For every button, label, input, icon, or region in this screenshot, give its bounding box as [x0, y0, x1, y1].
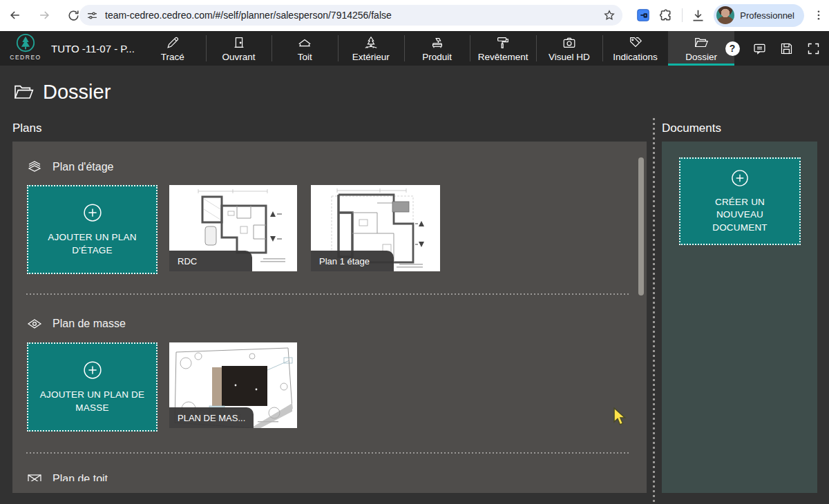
tab-toit[interactable]: Toit	[271, 31, 338, 66]
back-icon[interactable]	[6, 6, 25, 25]
url-bar[interactable]: team-cedreo.cedreo.com/#/self/planner/sa…	[79, 5, 622, 26]
tab-visuel-hd[interactable]: Visuel HD	[536, 31, 602, 66]
feedback-icon[interactable]	[750, 39, 768, 57]
site-settings-icon[interactable]	[86, 10, 98, 21]
downloads-icon[interactable]	[691, 8, 705, 23]
plans-heading: Plans	[12, 122, 42, 135]
section-header-etage: Plan d'étage	[26, 159, 113, 175]
section-title: Plan d'étage	[53, 161, 113, 173]
section-toit-clipped: Plan de toit	[12, 471, 647, 481]
tab-exterieur[interactable]: Extérieur	[338, 31, 404, 66]
bookmark-star-icon[interactable]	[603, 9, 616, 21]
plan-thumbnail-label: Plan 1 étage	[311, 251, 394, 271]
extensions-puzzle-icon[interactable]	[659, 8, 674, 23]
toolbar-action-icons: ?	[723, 31, 826, 66]
open-folder-icon	[694, 35, 709, 50]
url-text[interactable]: team-cedreo.cedreo.com/#/self/planner/sa…	[105, 10, 603, 21]
documents-heading: Documents	[662, 122, 721, 135]
door-icon	[231, 35, 247, 50]
plus-circle-icon	[82, 202, 103, 223]
tab-label: Extérieur	[352, 52, 390, 62]
tab-trace[interactable]: Tracé	[140, 31, 206, 66]
trees-icon	[363, 35, 379, 50]
add-floor-plan-button[interactable]: AJOUTER UN PLAN D'ÉTAGE	[27, 185, 158, 274]
tab-produit[interactable]: Produit	[404, 31, 470, 66]
page-title: Dossier	[43, 81, 111, 104]
section-divider	[26, 452, 629, 454]
plan-thumbnail-rdc[interactable]: RDC	[169, 185, 297, 271]
toolbar-divider	[682, 8, 683, 22]
open-folder-icon	[12, 81, 35, 104]
plan-thumbnail-label: PLAN DE MAS...	[169, 407, 254, 428]
add-site-plan-button[interactable]: AJOUTER UN PLAN DE MASSE	[27, 342, 158, 432]
password-extension-icon[interactable]	[636, 8, 651, 23]
tab-ouvrant[interactable]: Ouvrant	[206, 31, 272, 66]
app-toolbar: CEDREO TUTO -11-07 - P... Tracé Ouvrant …	[0, 31, 829, 66]
tab-indications[interactable]: Indications	[602, 31, 669, 66]
roof-plan-icon	[26, 471, 43, 481]
avatar	[716, 6, 734, 24]
tab-revetement[interactable]: Revêtement	[470, 31, 536, 66]
cedreo-brand-text: CEDREO	[4, 54, 47, 61]
panel-divider	[653, 118, 655, 504]
section-title: Plan de masse	[53, 318, 126, 330]
browser-menu-kebab-icon[interactable]	[812, 9, 825, 21]
cedreo-logo-icon	[15, 32, 36, 53]
camera-icon	[562, 35, 577, 50]
plus-circle-icon	[82, 360, 103, 380]
plans-panel: Plan d'étage AJOUTER UN PLAN D'ÉTAGE	[12, 142, 647, 493]
help-icon[interactable]: ?	[723, 39, 741, 57]
add-button-label: AJOUTER UN PLAN DE MASSE	[28, 389, 156, 414]
tab-label: Tracé	[161, 52, 184, 62]
cedreo-logo[interactable]: CEDREO	[4, 32, 47, 66]
project-name[interactable]: TUTO -11-07 - P...	[51, 31, 134, 66]
tab-label: Dossier	[685, 52, 717, 62]
tab-label: Toit	[298, 52, 312, 62]
paint-roller-icon	[495, 35, 511, 50]
roof-icon	[297, 35, 312, 50]
add-button-label: AJOUTER UN PLAN D'ÉTAGE	[28, 231, 156, 256]
tags-icon	[628, 35, 643, 50]
floor-layers-icon	[26, 159, 43, 175]
create-document-button[interactable]: CRÉER UN NOUVEAU DOCUMENT	[679, 157, 801, 245]
main-content: Dossier Plans Documents Plan d'étage AJO…	[0, 66, 829, 504]
browser-extensions-area: Professionnel	[636, 3, 825, 27]
tab-label: Ouvrant	[222, 52, 255, 62]
save-icon[interactable]	[777, 39, 795, 57]
profile-name: Professionnel	[740, 10, 794, 21]
section-divider	[26, 293, 629, 295]
section-header-toit: Plan de toit	[26, 471, 108, 481]
tab-label: Visuel HD	[549, 52, 590, 62]
pencil-icon	[165, 35, 180, 50]
browser-profile-chip[interactable]: Professionnel	[714, 4, 804, 27]
documents-panel: CRÉER UN NOUVEAU DOCUMENT	[662, 142, 817, 493]
add-button-label: CRÉER UN NOUVEAU DOCUMENT	[688, 196, 792, 234]
tab-label: Revêtement	[478, 52, 528, 62]
plus-circle-icon	[730, 168, 750, 188]
plan-thumbnail-masse[interactable]: PLAN DE MAS...	[169, 342, 297, 428]
section-title: Plan de toit	[53, 473, 108, 481]
feature-tabstrip: Tracé Ouvrant Toit Extérieur Produit Rev…	[140, 31, 734, 66]
fullscreen-icon[interactable]	[804, 39, 822, 57]
furniture-icon	[430, 35, 445, 50]
site-plan-icon	[26, 316, 43, 332]
app-root: team-cedreo.cedreo.com/#/self/planner/sa…	[0, 0, 829, 504]
page-title-row: Dossier	[12, 81, 111, 104]
browser-toolbar: team-cedreo.cedreo.com/#/self/planner/sa…	[0, 0, 829, 31]
section-header-masse: Plan de masse	[26, 316, 126, 332]
scrollbar-thumb[interactable]	[638, 157, 644, 295]
plan-thumbnail-etage1[interactable]: Plan 1 étage	[311, 185, 440, 271]
tab-label: Produit	[422, 52, 452, 62]
plan-thumbnail-label: RDC	[169, 251, 252, 271]
browser-nav-buttons	[6, 3, 83, 27]
tab-label: Indications	[613, 52, 658, 62]
forward-icon[interactable]	[35, 6, 54, 25]
